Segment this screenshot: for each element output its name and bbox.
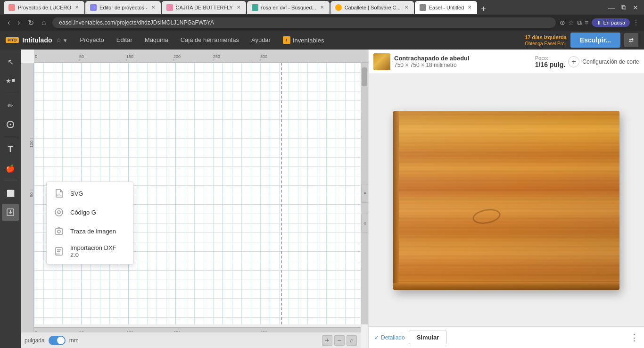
tab-close[interactable]: ✕ [467,5,472,10]
svg-rect-15 [55,229,63,234]
tab-editor[interactable]: Editor de proyectos - ✕ [85,1,161,14]
tab-cajita[interactable]: CAJITA DE BUTTERFLY ✕ [162,1,246,14]
tab-close[interactable]: ✕ [236,5,241,10]
home-canvas-button[interactable]: ⌂ [347,335,357,346]
material-thumbnail[interactable] [373,53,390,70]
import-icon [6,208,15,216]
toolbar-separator-1 [4,93,17,93]
pause-button[interactable]: ⏸ En pausa [592,18,630,27]
minimize-button[interactable]: — [606,3,617,12]
zoom-out-button[interactable]: − [334,335,345,346]
menu-editar[interactable]: Editar [111,33,138,47]
reload-button[interactable]: ↻ [25,17,37,28]
restore-button[interactable]: ⧉ [619,2,628,12]
panel-toggle-right-button[interactable]: » [361,184,368,203]
menu-ayudar[interactable]: Ayudar [246,33,276,47]
tab-close[interactable]: ✕ [404,5,409,10]
circle-tool-button[interactable] [2,116,19,133]
svg-text:DXF: DXF [56,253,60,255]
extensions-icon[interactable]: ⧉ [577,19,582,27]
toolbar-separator-3 [4,181,17,181]
box-tool-button[interactable]: ⬜ [2,185,19,202]
profile-icon[interactable]: ≡ [585,19,588,26]
browser-chrome: Proyectos de LUCERO ✕ Editor de proyecto… [0,0,644,15]
dropdown-dxf[interactable]: DXF Importación DXF 2.0 [47,240,133,262]
cut-config: Poco: 1/16 pulg. + Configuración de cort… [535,55,639,68]
tab-favicon [166,4,173,11]
star-icon[interactable]: ☆ [568,19,574,26]
home-nav-button[interactable]: ⌂ [39,17,49,28]
svg-text:SVG: SVG [57,193,62,196]
circle-tool-icon [6,120,15,129]
canvas-bottom-controls: pulgada mm + − ⌂ [21,332,361,348]
material-name[interactable]: Contrachapado de abedul [394,55,531,62]
menu-dots-icon[interactable]: ⋮ [633,19,639,26]
wood-sheen [393,111,619,290]
forward-button[interactable]: › [15,17,23,28]
text-tool-button[interactable]: T [2,141,19,158]
tab-favicon [8,4,15,11]
days-left-text: 17 días izquierda [525,34,567,41]
unit-toggle[interactable] [49,336,66,345]
url-input[interactable] [52,17,556,28]
simulate-button[interactable]: Simular [409,331,447,344]
dropdown-gcode[interactable]: Código G [47,203,133,222]
translate-icon[interactable]: ⊕ [560,19,565,26]
back-button[interactable]: ‹ [5,17,13,28]
tab-title: CAJITA DE BUTTERFLY [176,5,233,10]
depth-value: 1/16 pulg. [535,61,566,68]
more-options-button[interactable]: ⋮ [630,332,638,343]
tab-close[interactable]: ✕ [319,5,325,10]
scrollbar-vertical-thumb[interactable] [362,67,367,86]
arrows-button[interactable]: ⇄ [624,33,638,47]
shapes-tool-button[interactable]: ★◼ [2,72,19,89]
menu-caja[interactable]: Caja de herramientas [175,33,245,47]
new-tab-button[interactable]: + [478,4,489,14]
tab-caballete[interactable]: Caballete | Software C... ✕ [330,1,414,14]
tab-proyectos[interactable]: Proyectos de LUCERO ✕ [4,1,84,14]
menu-inventables[interactable]: I Inventables [277,33,330,47]
star-title-icon[interactable]: ☆ [56,37,62,44]
days-left-container: 17 días izquierda Obtenga Easel Pro [525,34,567,46]
chevron-down-icon[interactable]: ▾ [64,37,67,44]
dropdown-image-trace[interactable]: Traza de imagen [47,222,133,240]
tabs-row: Proyectos de LUCERO ✕ Editor de proyecto… [4,1,603,14]
tab-title: Editor de proyectos - [99,5,148,10]
tab-favicon [252,4,258,11]
get-pro-link[interactable]: Obtenga Easel Pro [525,41,567,46]
svg-point-16 [58,230,60,233]
board-ruler [399,280,619,283]
app-header: PRO Intitulado ☆ ▾ Proyecto Editar Máqui… [0,31,644,50]
menu-proyecto[interactable]: Proyecto [74,33,110,47]
material-header: Contrachapado de abedul 750 × 750 × 18 m… [369,50,644,74]
sculpt-button[interactable]: Esculpir... [570,33,620,48]
toolbar-separator-2 [4,137,17,137]
apps-tool-button[interactable]: 🍎 [2,160,19,177]
tab-favicon [335,4,342,11]
tab-title: Caballete | Software C... [345,5,401,10]
tab-close[interactable]: ✕ [74,5,80,10]
material-dimensions: 750 × 750 × 18 milimetro [394,62,531,68]
ruler-ticks-svg [34,50,368,61]
pen-tool-button[interactable]: ✏ [2,97,19,114]
detailed-check[interactable]: ✓ Detallado [374,334,405,341]
tab-close[interactable]: ✕ [150,5,156,10]
dropdown-svg[interactable]: SVG SVG [47,184,133,203]
unit-pulgada-label: pulgada [25,337,45,344]
app-title[interactable]: Intitulado [23,36,52,44]
tab-rosa[interactable]: rosa en dxf - Búsqued... ✕ [247,1,330,14]
tab-favicon [420,4,426,11]
zoom-in-button[interactable]: + [322,335,332,346]
close-button[interactable]: ✕ [631,3,640,12]
arrow-tool-button[interactable]: ↖ [2,53,19,70]
import-tool-button[interactable] [2,204,19,221]
dxf-icon: DXF [53,246,65,257]
browser-controls: ‹ › ↻ ⌂ [5,17,49,28]
tab-easel[interactable]: Easel - Untitled ✕ [415,1,478,14]
menu-maquina[interactable]: Máquina [139,33,174,47]
panel-toggle-expand-button[interactable]: « [361,214,368,232]
add-cut-button[interactable]: + [568,56,579,67]
pro-badge: PRO [6,37,19,43]
canvas-container: 0 50 150 200 250 300 50 100 [21,50,368,348]
days-text: días izquierda [530,34,566,40]
